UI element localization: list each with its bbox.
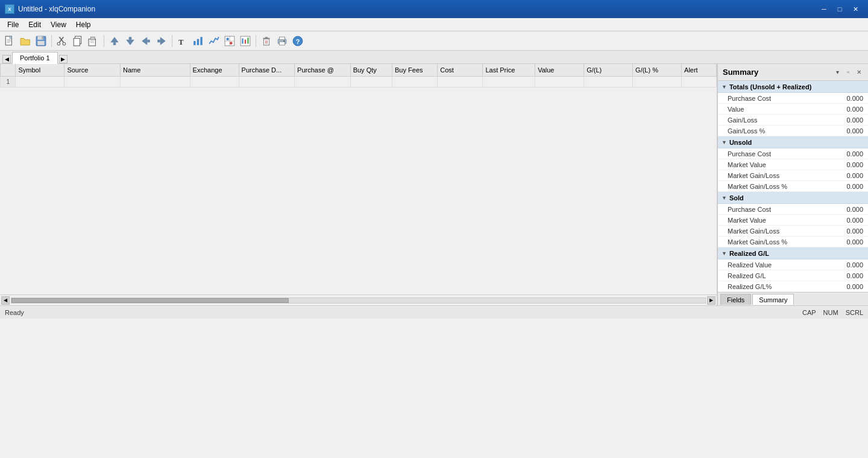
summary-row-unsold-1: Market Value 0.000 — [718, 159, 868, 170]
save-button[interactable] — [34, 34, 48, 48]
col-header-source[interactable]: Source — [64, 64, 121, 76]
cell-alert-1[interactable] — [682, 76, 717, 87]
move-right-button[interactable] — [154, 34, 169, 48]
col-header-symbol[interactable]: Symbol — [16, 64, 64, 76]
scroll-track[interactable] — [11, 297, 706, 304]
summary-row-sold-3: Market Gain/Loss % 0.000 — [718, 237, 868, 247]
tab-nav-left[interactable]: ◀ — [2, 55, 11, 63]
section-arrow-totals: ▼ — [722, 84, 727, 90]
row-num-1: 1 — [1, 76, 16, 87]
section-label-unsold: Unsold — [729, 139, 752, 146]
summary-tab[interactable]: Summary — [752, 294, 794, 305]
paste-button[interactable] — [86, 34, 101, 48]
scroll-right-arrow[interactable]: ▶ — [707, 296, 715, 305]
summary-label-unsold-2: Market Gain/Loss — [728, 172, 779, 179]
summary-label-realized-0: Realized Value — [728, 261, 772, 269]
cell-symbol-1[interactable] — [16, 76, 64, 87]
cell-glpct-1[interactable] — [633, 76, 682, 87]
scroll-thumb[interactable] — [11, 298, 289, 303]
tab-nav-right[interactable]: ▶ — [59, 55, 68, 63]
separator-1 — [51, 35, 52, 47]
summary-section-realized[interactable]: ▼ Realized G/L — [718, 247, 868, 259]
move-left-button[interactable] — [139, 34, 153, 48]
table-row[interactable]: 1 — [1, 76, 717, 87]
scroll-left-arrow[interactable]: ◀ — [1, 296, 10, 305]
new-button[interactable] — [2, 34, 17, 48]
table-scroll[interactable]: Symbol Source Name Exchange Purchase D..… — [0, 64, 717, 294]
cut-button[interactable] — [55, 34, 69, 48]
section-arrow-realized: ▼ — [722, 250, 727, 256]
delete-button[interactable] — [259, 34, 274, 48]
cell-buyqty-1[interactable] — [350, 76, 392, 87]
menu-edit[interactable]: Edit — [24, 18, 46, 31]
col-header-alert[interactable]: Alert — [682, 64, 717, 76]
summary-row-realized-1: Realized G/L 0.000 — [718, 270, 868, 281]
col-header-purchat[interactable]: Purchase @ — [295, 64, 351, 76]
close-button[interactable]: ✕ — [848, 3, 863, 15]
cell-value-1[interactable] — [535, 76, 584, 87]
fields-tab[interactable]: Fields — [720, 294, 751, 305]
summary-float-button[interactable]: ▫ — [844, 68, 852, 77]
summary-row-totals-1: Value 0.000 — [718, 104, 868, 115]
col-header-buyfees[interactable]: Buy Fees — [392, 64, 438, 76]
text-button[interactable]: T — [175, 34, 190, 48]
cell-exchange-1[interactable] — [190, 76, 239, 87]
summary-label-realized-2: Realized G/L% — [728, 283, 772, 290]
title-bar: X Untitled - xlqCompanion ─ □ ✕ — [0, 0, 868, 18]
col-header-buyqty[interactable]: Buy Qty — [350, 64, 392, 76]
portfolio-tab-1[interactable]: Portfolio 1 — [12, 52, 58, 64]
summary-pin-button[interactable]: ▾ — [833, 68, 841, 77]
summary-section-sold[interactable]: ▼ Sold — [718, 192, 868, 204]
help-button[interactable]: ? — [291, 34, 305, 48]
col-header-glpct[interactable]: G/(L) % — [633, 64, 682, 76]
chart4-button[interactable] — [238, 34, 253, 48]
cell-buyfees-1[interactable] — [392, 76, 438, 87]
col-header-value[interactable]: Value — [535, 64, 584, 76]
col-header-gl[interactable]: G/(L) — [584, 64, 633, 76]
summary-row-realized-0: Realized Value 0.000 — [718, 259, 868, 270]
svg-rect-29 — [193, 41, 195, 45]
menu-file[interactable]: File — [2, 18, 24, 31]
cell-name-1[interactable] — [120, 76, 190, 87]
col-header-name[interactable]: Name — [120, 64, 190, 76]
cell-gl-1[interactable] — [584, 76, 633, 87]
num-indicator: NUM — [823, 309, 838, 316]
cell-source-1[interactable] — [64, 76, 121, 87]
cell-cost-1[interactable] — [438, 76, 483, 87]
minimize-button[interactable]: ─ — [816, 3, 832, 15]
cap-indicator: CAP — [802, 309, 816, 316]
move-up-button[interactable] — [107, 34, 122, 48]
svg-rect-31 — [200, 37, 202, 45]
svg-text:T: T — [178, 37, 184, 46]
cell-purchdate-1[interactable] — [239, 76, 295, 87]
summary-row-sold-1: Market Value 0.000 — [718, 215, 868, 226]
cell-purchat-1[interactable] — [295, 76, 351, 87]
summary-section-unsold[interactable]: ▼ Unsold — [718, 136, 868, 148]
cell-lastprice-1[interactable] — [483, 76, 535, 87]
grid-area: Symbol Source Name Exchange Purchase D..… — [0, 64, 717, 305]
chart1-button[interactable] — [191, 34, 206, 48]
maximize-button[interactable]: □ — [832, 3, 848, 15]
col-header-purchdate[interactable]: Purchase D... — [239, 64, 295, 76]
summary-close-button[interactable]: ✕ — [855, 68, 863, 77]
open-button[interactable] — [18, 34, 33, 48]
col-header-cost[interactable]: Cost — [438, 64, 483, 76]
col-header-exchange[interactable]: Exchange — [190, 64, 239, 76]
col-header-lastprice[interactable]: Last Price — [483, 64, 535, 76]
summary-value-sold-3: 0.000 — [846, 238, 863, 246]
chart2-button[interactable] — [207, 34, 221, 48]
svg-point-49 — [283, 40, 285, 41]
chart3-button[interactable] — [222, 34, 237, 48]
copy-button[interactable] — [71, 34, 85, 48]
horizontal-scrollbar[interactable]: ◀ ▶ — [0, 294, 717, 305]
move-down-button[interactable] — [123, 34, 137, 48]
summary-panel: Summary ▾ ▫ ✕ ▼ Totals (Unsold + Realize… — [717, 64, 868, 305]
summary-value-unsold-0: 0.000 — [846, 150, 863, 157]
summary-value-totals-1: 0.000 — [846, 106, 863, 113]
menu-help[interactable]: Help — [71, 18, 96, 31]
menu-view[interactable]: View — [46, 18, 71, 31]
svg-text:?: ? — [296, 37, 300, 45]
print-button[interactable] — [275, 34, 289, 48]
summary-section-totals[interactable]: ▼ Totals (Unsold + Realized) — [718, 81, 868, 93]
status-text: Ready — [5, 309, 24, 316]
